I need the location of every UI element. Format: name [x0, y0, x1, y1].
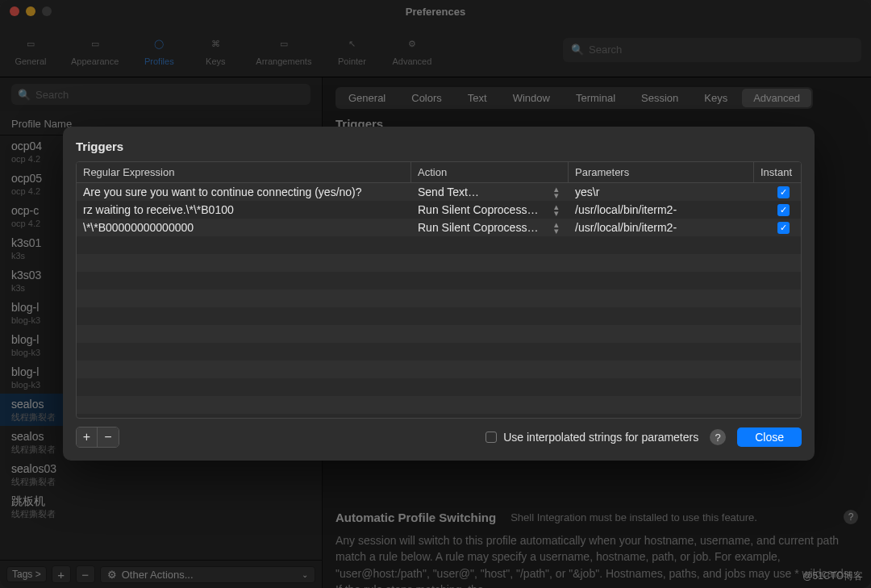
general-icon: ▭ [20, 34, 41, 55]
toolbar-label: Arrangements [256, 56, 311, 66]
gear-icon: ⚙ [107, 569, 117, 581]
col-params-header[interactable]: Parameters [569, 162, 754, 182]
profile-item[interactable]: sealos03线程撕裂者 [0, 458, 322, 490]
cell-instant[interactable]: ✓ [754, 222, 801, 234]
toolbar-general[interactable]: ▭General [10, 31, 52, 69]
col-instant-header[interactable]: Instant [754, 162, 801, 182]
toolbar-label: Profiles [144, 56, 174, 66]
titlebar: Preferences [0, 0, 871, 23]
toolbar-search[interactable]: 🔍 [563, 38, 861, 62]
table-row[interactable] [77, 343, 801, 361]
profile-subtag: 线程撕裂者 [11, 508, 310, 519]
toolbar-keys[interactable]: ⌘Keys [194, 31, 236, 69]
profile-name: sealos03 [11, 461, 310, 476]
table-row[interactable] [77, 307, 801, 325]
toolbar-appearance[interactable]: ▭Appearance [66, 31, 123, 69]
cell-params[interactable]: /usr/local/bin/iterm2- [569, 221, 754, 234]
window-title: Preferences [0, 6, 871, 18]
modal-footer: + − Use interpolated strings for paramet… [76, 427, 802, 448]
cell-params[interactable]: yes\r [569, 186, 754, 198]
table-row[interactable] [77, 361, 801, 378]
cell-regex[interactable]: Are you sure you want to continue connec… [77, 186, 411, 198]
help-icon[interactable]: ? [710, 429, 726, 445]
table-row[interactable] [77, 236, 801, 254]
toolbar-search-input[interactable] [589, 44, 853, 56]
help-icon[interactable]: ? [844, 510, 858, 524]
profile-item[interactable]: 跳板机线程撕裂者 [0, 490, 322, 523]
close-button[interactable]: Close [737, 427, 802, 447]
modal-title: Triggers [76, 140, 802, 153]
table-row[interactable] [77, 396, 801, 414]
tab-keys[interactable]: Keys [693, 89, 739, 107]
search-icon: 🔍 [18, 89, 31, 101]
add-remove-group: + − [76, 427, 119, 448]
toolbar: ▭General ▭Appearance ◯Profiles ⌘Keys ▭Ar… [0, 23, 871, 77]
other-actions-label: Other Actions... [122, 569, 194, 581]
toolbar-pointer[interactable]: ↖Pointer [331, 31, 373, 69]
cell-action[interactable]: Send Text…▴▾ [411, 186, 569, 198]
sidebar-search-input[interactable] [35, 89, 304, 101]
tab-window[interactable]: Window [502, 89, 561, 107]
table-row[interactable] [77, 290, 801, 307]
instant-checkbox[interactable]: ✓ [777, 186, 790, 198]
table-row[interactable] [77, 272, 801, 290]
table-row[interactable] [77, 378, 801, 396]
profile-name: 跳板机 [11, 494, 310, 508]
col-action-header[interactable]: Action [411, 162, 569, 182]
toolbar-label: General [15, 56, 46, 66]
appearance-icon: ▭ [85, 34, 106, 55]
cell-instant[interactable]: ✓ [754, 204, 801, 216]
table-body: Are you sure you want to continue connec… [77, 183, 801, 414]
cell-regex[interactable]: \*\*B00000000000000 [77, 221, 411, 234]
other-actions-dropdown[interactable]: ⚙ Other Actions... ⌄ [100, 566, 315, 583]
remove-trigger-button[interactable]: − [98, 427, 119, 447]
table-row[interactable]: Are you sure you want to continue connec… [77, 183, 801, 201]
interpolated-label: Use interpolated strings for parameters [503, 431, 698, 444]
aps-title: Automatic Profile Switching [335, 511, 496, 524]
triggers-table: Regular Expression Action Parameters Ins… [76, 161, 802, 419]
tab-terminal[interactable]: Terminal [565, 89, 627, 107]
interpolated-checkbox[interactable] [486, 432, 497, 443]
table-row[interactable] [77, 254, 801, 272]
profile-subtag: 线程撕裂者 [11, 476, 310, 487]
dropdown-icon: ▴▾ [554, 203, 562, 216]
toolbar-label: Advanced [392, 56, 431, 66]
toolbar-advanced[interactable]: ⚙Advanced [387, 31, 436, 69]
toolbar-arrangements[interactable]: ▭Arrangements [251, 31, 316, 69]
aps-note: Shell Integration must be installed to u… [511, 511, 757, 523]
tab-general[interactable]: General [337, 89, 397, 107]
sidebar-search[interactable]: 🔍 [11, 84, 310, 105]
table-row[interactable]: \*\*B00000000000000Run Silent Coprocess…… [77, 219, 801, 236]
tags-button[interactable]: Tags > [6, 566, 47, 582]
instant-checkbox[interactable]: ✓ [777, 204, 790, 216]
dropdown-icon: ▴▾ [554, 186, 562, 198]
gear-icon: ⚙ [402, 34, 423, 55]
watermark: @51CTO博客 [802, 569, 863, 583]
add-profile-button[interactable]: + [52, 565, 71, 583]
preferences-window: Preferences ▭General ▭Appearance ◯Profil… [0, 0, 871, 588]
add-trigger-button[interactable]: + [77, 427, 98, 447]
cell-action[interactable]: Run Silent Coprocess…▴▾ [411, 221, 569, 234]
remove-profile-button[interactable]: − [76, 565, 95, 583]
table-header: Regular Expression Action Parameters Ins… [77, 162, 801, 183]
tab-colors[interactable]: Colors [400, 89, 453, 107]
toolbar-profiles[interactable]: ◯Profiles [138, 31, 180, 69]
search-icon: 🔍 [571, 44, 584, 56]
tab-session[interactable]: Session [630, 89, 690, 107]
tab-text[interactable]: Text [456, 89, 498, 107]
instant-checkbox[interactable]: ✓ [777, 222, 790, 234]
toolbar-label: Keys [206, 56, 225, 66]
table-row[interactable]: rz waiting to receive.\*\*B0100Run Silen… [77, 201, 801, 219]
dropdown-icon: ▴▾ [554, 221, 562, 234]
cell-params[interactable]: /usr/local/bin/iterm2- [569, 203, 754, 216]
sidebar-footer: Tags > + − ⚙ Other Actions... ⌄ [0, 560, 322, 588]
cell-action[interactable]: Run Silent Coprocess…▴▾ [411, 203, 569, 216]
profiles-icon: ◯ [148, 34, 169, 55]
cell-regex[interactable]: rz waiting to receive.\*\*B0100 [77, 203, 411, 216]
table-row[interactable] [77, 325, 801, 343]
aps-description: Any session will switch to this profile … [335, 532, 858, 588]
cell-instant[interactable]: ✓ [754, 186, 801, 198]
col-regex-header[interactable]: Regular Expression [77, 162, 411, 182]
tab-advanced[interactable]: Advanced [742, 89, 811, 107]
profile-tabs: GeneralColorsTextWindowTerminalSessionKe… [335, 87, 813, 109]
